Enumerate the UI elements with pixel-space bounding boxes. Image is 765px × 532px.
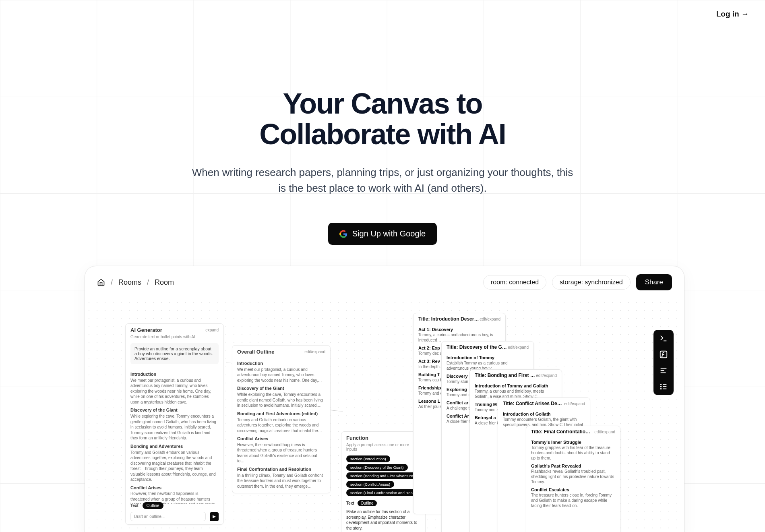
t2-title: Title: Discovery of the G…: [447, 344, 507, 350]
fn-pill-list: section (Introduction) section (Discover…: [341, 454, 425, 498]
ov-s1-t: We meet our protagonist, a curious and a…: [237, 367, 325, 383]
app-preview: / Rooms / Room room: connected storage: …: [85, 266, 684, 532]
t1-expand[interactable]: edit/expand: [480, 317, 500, 321]
card-ai-generator[interactable]: AI Generator expand Generate text or bul…: [125, 323, 224, 525]
hero-title-line1: Your Canvas to: [283, 87, 482, 120]
hero-title-line2: Collaborate with AI: [259, 118, 505, 150]
aigen-title: AI Generator: [130, 327, 162, 333]
status-room: room: connected: [483, 275, 546, 290]
tool-sidebar: [653, 330, 674, 395]
crumb-sep: /: [111, 278, 113, 287]
overall-expand[interactable]: edit/expand: [304, 350, 325, 354]
t2-a1-h: Introduction of Tommy: [447, 355, 529, 360]
fn-title: Function: [346, 435, 368, 441]
ov-s5-h: Final Confrontation and Resolution: [237, 466, 325, 472]
login-button[interactable]: Log in →: [716, 10, 749, 19]
fn-foot-text[interactable]: Text: [346, 501, 354, 505]
aigen-s3-head: Bonding and Adventures: [130, 443, 219, 449]
aigen-s2-head: Discovery of the Giant: [130, 407, 219, 413]
t4-title: Title: Conflict Arises De…: [503, 401, 562, 406]
t5-a3-t: The treasure hunters close in, forcing T…: [531, 493, 615, 508]
crumb-rooms[interactable]: Rooms: [118, 278, 141, 287]
aigen-s1-head: Introduction: [130, 371, 219, 377]
signup-google-button[interactable]: Sign Up with Google: [328, 223, 437, 245]
aigen-s1-txt: We meet our protagonist, a curious and a…: [130, 378, 219, 405]
ov-s5-t: In a thrilling climax, Tommy and Goliath…: [237, 473, 325, 489]
card-final[interactable]: Title: Final Confrontatio…edit/expand To…: [526, 426, 620, 532]
svg-point-5: [661, 386, 662, 387]
t3-expand[interactable]: edit/expand: [536, 373, 557, 378]
ov-s4-t: However, their newfound happiness is thr…: [237, 442, 325, 464]
terminal-icon[interactable]: [659, 334, 668, 343]
t1-title: Title: Introduction Descr…: [418, 316, 479, 322]
t2-expand[interactable]: edit/expand: [508, 345, 529, 350]
svg-point-4: [661, 384, 662, 385]
ov-s2-h: Discovery of the Giant: [237, 385, 325, 391]
fn-foot-outline[interactable]: Outline: [358, 500, 377, 506]
signup-label: Sign Up with Google: [352, 229, 426, 238]
hero-subtitle-line2: is the best place to work with AI (and o…: [278, 182, 486, 194]
t3-title: Title: Bonding and First …: [475, 373, 535, 378]
ov-s4-h: Conflict Arises: [237, 436, 325, 442]
play-icon[interactable]: [210, 512, 219, 521]
aigen-s4-head: Conflict Arises: [130, 485, 219, 491]
status-storage: storage: synchronized: [552, 275, 631, 290]
fn-sub: Apply a prompt across one or more inputs: [341, 443, 425, 454]
hero-subtitle-line1: When writing research papers, planning t…: [192, 166, 573, 178]
hero-title: Your Canvas to Collaborate with AI: [0, 89, 765, 149]
aigen-expand[interactable]: expand: [205, 328, 219, 332]
text-left-icon[interactable]: [659, 366, 668, 375]
fn-desc: Make an outline for this section of a sc…: [346, 509, 420, 531]
crumb-room[interactable]: Room: [155, 278, 174, 287]
t4-a1-h: Introduction of Goliath: [503, 412, 585, 416]
svg-point-6: [661, 389, 662, 389]
fn-pill[interactable]: section (Bonding and First Adventures…: [346, 472, 423, 479]
t5-a2-h: Goliath's Past Revealed: [531, 464, 615, 468]
list-icon[interactable]: [659, 382, 668, 391]
fn-pill[interactable]: section (Conflict Arises): [346, 481, 394, 488]
t5-a1-t: Tommy grapples with his fear of the trea…: [531, 445, 615, 461]
t5-a1-h: Tommy's Inner Struggle: [531, 440, 615, 445]
aigen-foot-outline[interactable]: Outline: [143, 502, 163, 509]
home-icon[interactable]: [97, 278, 105, 286]
aigen-s3-txt: Tommy and Goliath embark on various adve…: [130, 450, 219, 482]
overall-title: Overall Outline: [237, 349, 274, 355]
fn-pill[interactable]: section (Introduction): [346, 455, 390, 462]
canvas[interactable]: AI Generator expand Generate text or bul…: [85, 298, 684, 532]
google-icon: [339, 230, 347, 238]
card-overall-outline[interactable]: Overall Outline edit/expand Introduction…: [232, 345, 331, 493]
t1-a1-h: Act 1: Discovery: [418, 327, 500, 332]
t5-expand[interactable]: edit/expand: [594, 430, 615, 434]
ov-s2-t: While exploring the cave, Tommy encounte…: [237, 392, 325, 408]
aigen-draft-input[interactable]: Draft an outline...: [130, 512, 206, 521]
crumb-sep: /: [147, 278, 149, 287]
aigen-s2-txt: While exploring the cave, Tommy encounte…: [130, 414, 219, 441]
breadcrumb: / Rooms / Room: [97, 278, 174, 287]
ov-s1-h: Introduction: [237, 360, 325, 366]
aigen-prompt: Provide an outline for a screenplay abou…: [130, 343, 219, 364]
aigen-foot-text[interactable]: Text: [130, 503, 139, 508]
ov-s3-t: Tommy and Goliath embark on various adve…: [237, 417, 325, 434]
t5-a2-t: Flashbacks reveal Goliath's troubled pas…: [531, 469, 615, 484]
ov-s3-h: Bonding and First Adventures (edited): [237, 411, 325, 417]
t5-a3-h: Conflict Escalates: [531, 487, 615, 492]
aigen-sub: Generate text or bullet points with AI: [126, 335, 223, 342]
t4-expand[interactable]: edit/expand: [564, 402, 585, 406]
hero-subtitle: When writing research papers, planning t…: [0, 165, 765, 196]
t5-title: Title: Final Confrontatio…: [531, 429, 590, 435]
share-button[interactable]: Share: [636, 274, 672, 290]
function-icon[interactable]: [659, 350, 668, 359]
t3-a1-h: Introduction of Tommy and Goliath: [475, 383, 557, 388]
fn-pill[interactable]: section (Discovery of the Giant): [346, 464, 408, 471]
